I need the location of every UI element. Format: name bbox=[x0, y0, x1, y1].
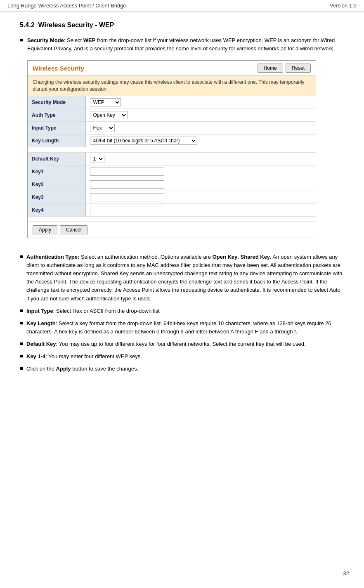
section-title: 5.4.2 Wireless Security - WEP bbox=[20, 21, 344, 29]
shared-key-bold: Shared Key bbox=[241, 254, 270, 260]
warning-message: Changing the wireless security settings … bbox=[28, 76, 316, 96]
security-mode-field-label: Security Mode bbox=[28, 96, 85, 109]
default-key-select[interactable]: 1 2 3 4 bbox=[90, 155, 104, 163]
wireless-security-panel: Wireless Security Home Reset Changing th… bbox=[27, 60, 316, 238]
default-key-field-label: Default Key bbox=[28, 152, 85, 165]
key1-value bbox=[85, 165, 316, 178]
security-mode-row: Security Mode WEP WPA WPA2 Disabled bbox=[28, 96, 316, 109]
apply-note-bullet: ■ Click on the Apply button to save the … bbox=[20, 365, 344, 373]
key-length-bullet-label: Key Length bbox=[26, 320, 56, 326]
bullet-icon: ■ bbox=[20, 37, 27, 53]
default-key-bullet-label: Default Key bbox=[26, 341, 56, 347]
auth-type-bullet-label: Authentication Type: bbox=[26, 254, 79, 260]
apply-note-bullet-content: Click on the Apply button to save the ch… bbox=[26, 365, 138, 373]
input-type-bullet-content: Input Type: Select Hex or ASCII from the… bbox=[26, 307, 160, 315]
security-mode-label: Security Mode bbox=[27, 37, 64, 43]
page-header: Long Range Wireless Access Point / Clien… bbox=[0, 0, 364, 12]
auth-type-bullet: ■ Authentication Type: Select an authent… bbox=[20, 253, 344, 303]
divider-row bbox=[28, 147, 316, 152]
key-length-field-value: 40/64-bit (10 hex digits or 5 ASCII char… bbox=[85, 134, 316, 147]
input-type-select[interactable]: Hex ASCII bbox=[90, 124, 115, 132]
key2-value bbox=[85, 178, 316, 191]
bullet-icon-3: ■ bbox=[20, 307, 26, 315]
key2-label: Key2 bbox=[28, 178, 85, 191]
panel-actions: Apply Cancel bbox=[28, 222, 316, 238]
key4-label: Key4 bbox=[28, 203, 85, 216]
security-mode-select[interactable]: WEP WPA WPA2 Disabled bbox=[90, 98, 121, 106]
key2-row: Key2 bbox=[28, 178, 316, 191]
key4-input[interactable] bbox=[90, 206, 164, 214]
input-type-row: Input Type Hex ASCII bbox=[28, 121, 316, 134]
bullet-icon-7: ■ bbox=[20, 365, 26, 373]
default-key-field-value: 1 2 3 4 bbox=[85, 152, 316, 165]
bullet-icon-4: ■ bbox=[20, 320, 26, 336]
input-type-field-label: Input Type bbox=[28, 121, 85, 134]
key3-label: Key3 bbox=[28, 191, 85, 203]
security-mode-section: ■ Security Mode: Select WEP from the dro… bbox=[20, 36, 344, 53]
key-length-row: Key Length 40/64-bit (10 hex digits or 5… bbox=[28, 134, 316, 147]
reset-button[interactable]: Reset bbox=[286, 64, 311, 73]
panel-title: Wireless Security bbox=[33, 65, 84, 72]
security-fields-table: Security Mode WEP WPA WPA2 Disabled Auth… bbox=[28, 96, 316, 222]
bullet-icon-6: ■ bbox=[20, 353, 26, 361]
key3-input[interactable] bbox=[90, 193, 164, 201]
header-title: Long Range Wireless Access Point / Clien… bbox=[7, 2, 126, 9]
key-length-field-label: Key Length bbox=[28, 134, 85, 147]
bullet-icon-2: ■ bbox=[20, 253, 26, 303]
key3-value bbox=[85, 191, 316, 203]
auth-type-select[interactable]: Open Key Shared Key Auto bbox=[90, 111, 128, 119]
page-number: 32 bbox=[336, 566, 357, 581]
key2-input[interactable] bbox=[90, 180, 164, 189]
panel-header: Wireless Security Home Reset bbox=[28, 61, 316, 76]
security-mode-text: Security Mode: Select WEP from the drop-… bbox=[27, 36, 344, 53]
key1-label: Key1 bbox=[28, 165, 85, 178]
key3-row: Key3 bbox=[28, 191, 316, 203]
apply-button[interactable]: Apply bbox=[33, 225, 57, 234]
key-1-4-bullet-content: Key 1-4: You may enter four different WE… bbox=[26, 352, 142, 361]
default-key-row: Default Key 1 2 3 4 bbox=[28, 152, 316, 165]
key-length-select[interactable]: 40/64-bit (10 hex digits or 5 ASCII char… bbox=[90, 137, 197, 145]
open-key-bold: Open Key bbox=[213, 254, 238, 260]
key4-row: Key4 bbox=[28, 203, 316, 216]
auth-type-field-value: Open Key Shared Key Auto bbox=[85, 109, 316, 121]
key4-value bbox=[85, 203, 316, 216]
header-version: Version 1.0 bbox=[330, 2, 357, 9]
divider-row-2 bbox=[28, 216, 316, 222]
default-key-bullet-content: Default Key: You may use up to four diff… bbox=[26, 340, 306, 348]
cancel-button[interactable]: Cancel bbox=[60, 225, 87, 234]
bullet-icon-5: ■ bbox=[20, 340, 26, 348]
key1-row: Key1 bbox=[28, 165, 316, 178]
input-type-bullet-label: Input Type bbox=[26, 308, 53, 314]
default-key-bullet: ■ Default Key: You may use up to four di… bbox=[20, 340, 344, 348]
key-length-bullet: ■ Key Length: Select a key format from t… bbox=[20, 319, 344, 336]
auth-type-row: Auth Type Open Key Shared Key Auto bbox=[28, 109, 316, 121]
key-length-bullet-content: Key Length: Select a key format from the… bbox=[26, 319, 344, 336]
key1-input[interactable] bbox=[90, 168, 164, 176]
home-button[interactable]: Home bbox=[258, 64, 283, 73]
auth-type-field-label: Auth Type bbox=[28, 109, 85, 121]
auth-type-bullet-content: Authentication Type: Select an authentic… bbox=[26, 253, 344, 303]
apply-note-bold: Apply bbox=[56, 366, 71, 372]
wep-bold: WEP bbox=[83, 37, 96, 43]
key-1-4-bullet: ■ Key 1-4: You may enter four different … bbox=[20, 352, 344, 361]
panel-header-buttons: Home Reset bbox=[258, 64, 311, 73]
security-mode-field-value: WEP WPA WPA2 Disabled bbox=[85, 96, 316, 109]
input-type-field-value: Hex ASCII bbox=[85, 121, 316, 134]
key-1-4-bullet-label: Key 1-4 bbox=[26, 353, 45, 359]
input-type-bullet: ■ Input Type: Select Hex or ASCII from t… bbox=[20, 307, 344, 315]
